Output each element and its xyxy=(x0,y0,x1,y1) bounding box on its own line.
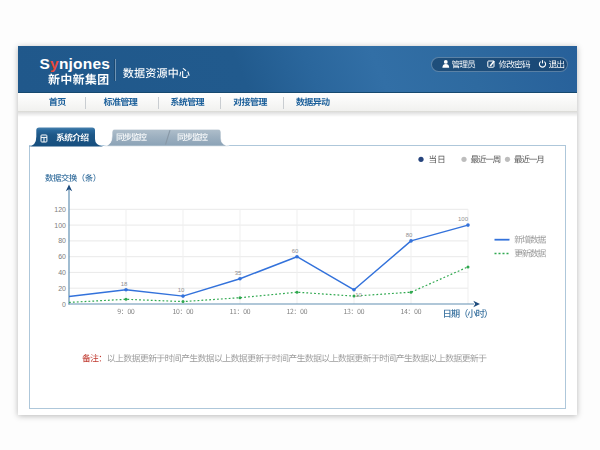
svg-text:40: 40 xyxy=(58,269,66,276)
svg-text:0: 0 xyxy=(62,301,66,308)
svg-text:20: 20 xyxy=(58,285,66,292)
svg-text:10: 10 xyxy=(178,287,185,293)
svg-text:18: 18 xyxy=(121,281,128,287)
svg-text:100: 100 xyxy=(458,216,469,222)
svg-text:60: 60 xyxy=(292,248,299,254)
svg-text:100: 100 xyxy=(54,222,66,229)
svg-text:80: 80 xyxy=(406,232,413,238)
svg-text:120: 120 xyxy=(54,206,66,213)
svg-text:60: 60 xyxy=(58,253,66,260)
svg-text:35: 35 xyxy=(235,270,242,276)
svg-text:80: 80 xyxy=(58,237,66,244)
svg-text:10: 10 xyxy=(355,292,362,298)
